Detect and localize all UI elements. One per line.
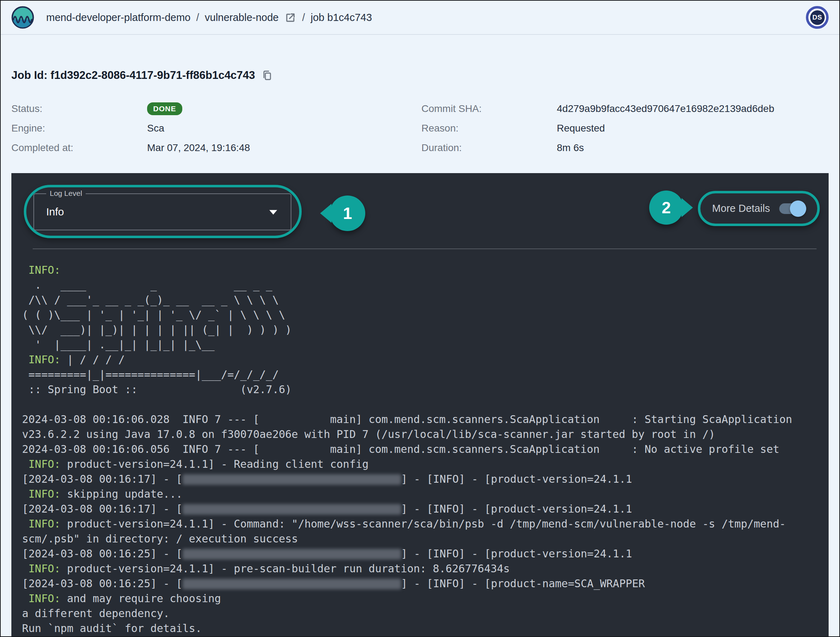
log-line: INFO: product-version=24.1.1] - Reading … [22,457,821,472]
log-line: /\\ / ___'_ __ _ _(_)_ __ __ _ \ \ \ \ [22,292,821,307]
log-line: . ____ _ __ _ _ [22,278,821,292]
status-value: DONE [147,101,422,117]
redacted-text [183,504,401,515]
redacted-text [183,474,401,485]
redacted-text [183,549,401,560]
log-line: :: Spring Boot :: (v2.7.6) [22,382,821,397]
more-details-toggle[interactable] [779,203,804,214]
log-line: \\/ ___)| |_)| | | | | || (_| | ) ) ) ) [22,322,821,337]
log-panel: Log Level Info 1 2 More Details INFO: . … [11,173,829,636]
log-line: INFO: skipping update... [22,487,821,501]
redacted-text [183,579,401,590]
reason-value: Requested [557,120,829,136]
breadcrumb-separator: / [196,12,199,24]
log-output: INFO: . ____ _ __ _ _ /\\ / ___'_ __ _ _… [22,263,821,636]
duration-label: Duration: [422,140,557,156]
log-line: INFO: product-version=24.1.1] - pre-scan… [22,561,821,576]
external-link-icon[interactable] [284,12,296,24]
log-line: INFO: | / / / / [22,352,821,367]
log-line: ( ( )\___ | '_ | '_| | '_ \/ _` | \ \ \ … [22,307,821,322]
engine-value: Sca [147,120,422,136]
breadcrumb-job: job b1c4c743 [311,12,372,24]
avatar-initials: DS [810,10,825,25]
log-line: v23.6.2.2 using Java 17.0.8 on f30070ae2… [22,427,821,442]
more-details-label: More Details [712,202,770,214]
breadcrumb: mend-developer-platform-demo / vulnerabl… [46,11,372,24]
log-line: [2024-03-08 00:16:17] - [] - [INFO] - [p… [22,472,821,487]
annotation-callout-2: 2 [649,191,683,224]
log-line: 2024-03-08 00:16:06.028 INFO 7 --- [ mai… [22,412,821,427]
duration-value: 8m 6s [557,140,829,156]
copy-icon[interactable] [262,69,273,81]
status-badge: DONE [147,103,182,115]
job-id-row: Job Id: f1d392c2-8086-4117-9b71-ff86b1c4… [11,68,273,83]
log-line: INFO: [22,263,821,278]
more-details-highlight-ring: More Details [698,191,820,226]
callout-2-number: 2 [662,198,671,217]
log-line: scm/.psb" in directory: / execution succ… [22,531,821,546]
log-line: [2024-03-08 00:16:25] - [] - [INFO] - [p… [22,546,821,561]
log-line: Run `npm audit` for details. [22,621,821,636]
log-line: a different dependency. [22,606,821,621]
callout-1-number: 1 [343,204,352,223]
mend-logo-icon[interactable] [11,6,34,29]
top-nav-bar: mend-developer-platform-demo / vulnerabl… [1,1,839,35]
toggle-thumb [790,201,806,217]
log-line: [2024-03-08 00:16:25] - [] - [INFO] - [p… [22,576,821,591]
status-label: Status: [11,101,147,117]
log-line: INFO: and may require choosing [22,591,821,606]
log-line: =========|_|==============|___/=/_/_/_/ [22,367,821,382]
breadcrumb-repo[interactable]: vulnerable-node [205,12,279,24]
log-level-value: Info [46,206,64,218]
completed-at-label: Completed at: [11,140,147,156]
panel-divider [33,248,816,249]
app-window: mend-developer-platform-demo / vulnerabl… [0,0,840,637]
breadcrumb-separator: / [302,12,305,24]
commit-sha-value: 4d279a9b9facc43ed970647e16982e2139ad6deb [557,101,829,117]
reason-label: Reason: [422,120,557,136]
commit-sha-label: Commit SHA: [422,101,557,117]
log-line [22,397,821,412]
log-level-select[interactable]: Log Level Info [33,193,291,230]
job-id-heading: Job Id: f1d392c2-8086-4117-9b71-ff86b1c4… [11,68,255,83]
annotation-callout-1: 1 [330,196,365,231]
log-line: ' |____| .__|_| |_|_| |_\__ [22,337,821,352]
user-avatar[interactable]: DS [806,6,829,29]
chevron-down-icon [269,210,277,215]
job-details-grid: Status: DONE Commit SHA: 4d279a9b9facc43… [11,101,829,156]
log-line: 2024-03-08 00:16:06.056 INFO 7 --- [ mai… [22,442,821,457]
log-line: INFO: product-version=24.1.1] - Command:… [22,517,821,531]
breadcrumb-project[interactable]: mend-developer-platform-demo [46,12,191,24]
log-line: [2024-03-08 00:16:17] - [] - [INFO] - [p… [22,501,821,517]
log-level-label: Log Level [46,189,86,198]
completed-at-value: Mar 07, 2024, 19:16:48 [147,140,422,156]
engine-label: Engine: [11,120,147,136]
